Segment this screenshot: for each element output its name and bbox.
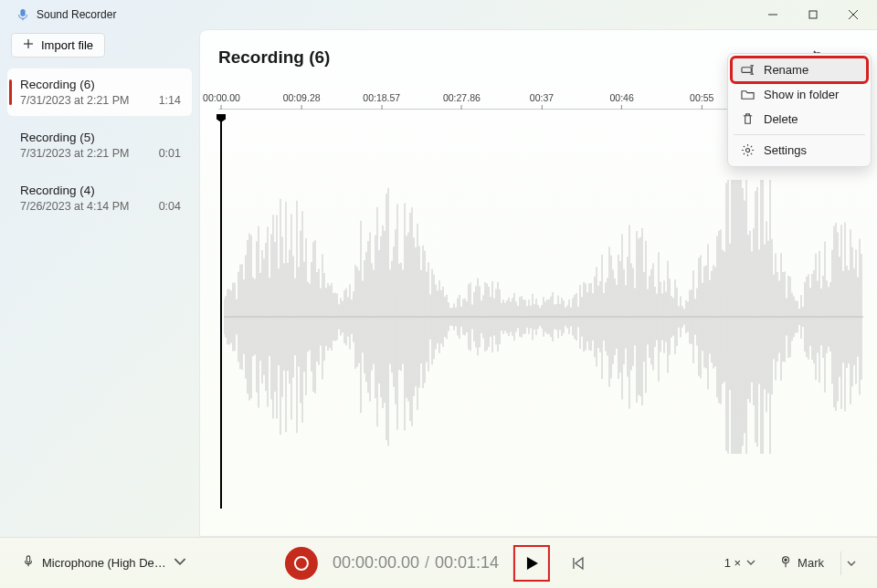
time-display: 00:00:00.00 / 00:01:14 xyxy=(333,553,499,572)
record-button[interactable] xyxy=(285,547,318,580)
timeline-tick: 00:55 xyxy=(690,92,713,110)
svg-rect-367 xyxy=(26,556,30,562)
recording-title: Recording (6) xyxy=(20,78,181,91)
window-minimize-button[interactable] xyxy=(753,1,793,28)
window-maximize-button[interactable] xyxy=(793,1,833,28)
svg-rect-0 xyxy=(20,9,25,16)
chevron-down-icon xyxy=(746,556,755,570)
timeline-tick: 00:37 xyxy=(530,92,554,110)
recording-item[interactable]: Recording (4) 7/26/2023 at 4:14 PM 0:04 xyxy=(7,174,192,222)
timeline-tick: 00:46 xyxy=(609,92,633,110)
chevron-down-icon xyxy=(174,555,186,571)
app-icon xyxy=(16,8,29,21)
play-button[interactable] xyxy=(513,545,550,582)
recording-title: Recording (4) xyxy=(20,184,181,197)
recording-date: 7/26/2023 at 4:14 PM xyxy=(20,200,130,213)
recording-date: 7/31/2023 at 2:21 PM xyxy=(20,147,130,160)
svg-marker-369 xyxy=(527,557,538,570)
menu-label: Settings xyxy=(764,143,807,157)
current-time: 00:00:00.00 xyxy=(333,553,419,572)
menu-item-rename[interactable]: Rename xyxy=(732,58,867,82)
microphone-label: Microphone (High De… xyxy=(42,556,166,570)
window-close-button[interactable] xyxy=(833,1,873,28)
recording-duration: 0:04 xyxy=(159,200,181,213)
menu-label: Rename xyxy=(764,63,808,77)
playhead[interactable] xyxy=(220,116,222,509)
mark-label: Mark xyxy=(798,556,824,570)
speed-label: 1 × xyxy=(724,556,741,570)
menu-separator xyxy=(734,134,865,135)
menu-label: Show in folder xyxy=(764,88,839,101)
skip-back-button[interactable] xyxy=(565,550,592,577)
total-time: 00:01:14 xyxy=(435,553,499,572)
menu-item-show-in-folder[interactable]: Show in folder xyxy=(732,82,867,107)
recording-duration: 0:01 xyxy=(159,147,181,160)
timeline-tick: 00:18.57 xyxy=(363,92,400,110)
recording-item[interactable]: Recording (6) 7/31/2023 at 2:21 PM 1:14 xyxy=(7,68,192,116)
recording-title: Recording (5) xyxy=(20,131,181,144)
marker-icon xyxy=(779,555,792,571)
timeline-tick: 00:09.28 xyxy=(283,92,321,110)
sidebar: Import file Recording (6) 7/31/2023 at 2… xyxy=(0,29,199,537)
import-file-label: Import file xyxy=(41,38,93,52)
page-title: Recording (6) xyxy=(218,47,330,68)
import-file-button[interactable]: Import file xyxy=(11,33,105,58)
microphone-icon xyxy=(22,555,35,571)
timeline-tick: 00:00.00 xyxy=(203,92,240,110)
menu-label: Delete xyxy=(764,112,798,126)
mark-dropdown-button[interactable] xyxy=(840,551,861,575)
recording-item[interactable]: Recording (5) 7/31/2023 at 2:21 PM 0:01 xyxy=(7,121,192,169)
context-menu: Rename Show in folder Delete Settings xyxy=(727,53,872,167)
svg-point-366 xyxy=(745,148,749,152)
bottom-bar: Microphone (High De… 00:00:00.00 / 00:01… xyxy=(0,537,877,588)
title-bar: Sound Recorder xyxy=(0,0,877,29)
microphone-selector[interactable]: Microphone (High De… xyxy=(16,551,192,574)
recording-date: 7/31/2023 at 2:21 PM xyxy=(20,94,130,107)
waveform xyxy=(224,180,863,454)
menu-item-delete[interactable]: Delete xyxy=(732,107,867,131)
app-title: Sound Recorder xyxy=(37,8,116,21)
timeline-tick: 00:27.86 xyxy=(443,92,481,110)
svg-rect-362 xyxy=(742,68,751,73)
recording-duration: 1:14 xyxy=(159,94,181,107)
mark-button[interactable]: Mark xyxy=(772,551,831,574)
menu-item-settings[interactable]: Settings xyxy=(732,138,867,163)
speed-button[interactable]: 1 × xyxy=(717,552,763,573)
svg-rect-3 xyxy=(809,11,817,18)
svg-marker-371 xyxy=(576,558,583,569)
plus-icon xyxy=(23,38,34,52)
waveform-area[interactable] xyxy=(218,116,859,518)
svg-point-373 xyxy=(785,559,787,561)
